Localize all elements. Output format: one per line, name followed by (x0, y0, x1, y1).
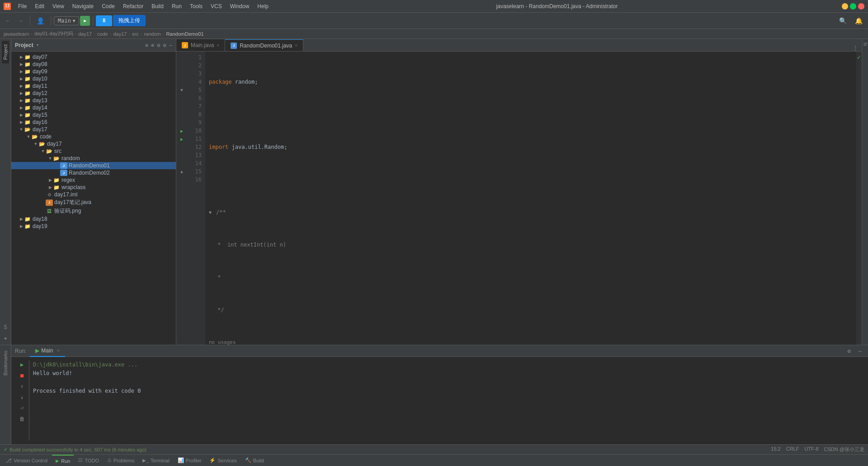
scroll-to-end-button[interactable]: ↓ (18, 393, 26, 401)
menu-navigate[interactable]: Navigate (69, 2, 97, 10)
tree-item-day08[interactable]: ▶ 📁 day08 (11, 61, 176, 68)
tree-item-src[interactable]: ▼ 📂 src (11, 147, 176, 155)
soft-wrap-button[interactable]: ⏎ (18, 404, 26, 412)
bookmarks-vertical-tab[interactable]: Bookmarks (2, 347, 9, 379)
search-everywhere-button[interactable]: 🔍 (835, 15, 850, 26)
menu-help[interactable]: Help (254, 2, 272, 10)
notifications-label[interactable]: N (863, 41, 868, 48)
tree-item-regex[interactable]: ▶ 📁 regex (11, 176, 176, 184)
run-config-selector[interactable]: Main ▼ (54, 16, 79, 25)
breadcrumb-src[interactable]: src (132, 31, 139, 37)
notifications-button[interactable]: 🔔 (851, 15, 866, 26)
bottom-profiler-tab[interactable]: 📊 Profiler (174, 455, 205, 466)
tree-item-day16[interactable]: ▶ 📁 day16 (11, 119, 176, 126)
git-user[interactable]: CSDN @张小三龙 (824, 446, 864, 453)
gutter-11-run[interactable]: ▶ (180, 135, 183, 143)
tree-item-day17-sub[interactable]: ▼ 📂 day17 (11, 140, 176, 147)
menu-build[interactable]: Build (148, 2, 167, 10)
stop-run-button[interactable]: ■ (18, 371, 26, 380)
code-content[interactable]: package random; import java.util.Random;… (205, 52, 856, 345)
tree-item-day07[interactable]: ▶ 📁 day07 (11, 53, 176, 61)
tree-item-day19[interactable]: ▶ 📁 day19 (11, 223, 176, 230)
tree-item-random-demo02[interactable]: J RandomDemo02 (11, 169, 176, 176)
run-tab-close[interactable]: × (57, 347, 60, 354)
run-panel-minimize-button[interactable]: − (855, 347, 864, 356)
tree-item-day10[interactable]: ▶ 📁 day10 (11, 75, 176, 82)
window-minimize-button[interactable] (842, 3, 848, 10)
tree-item-random-demo01[interactable]: J RandomDemo01 (11, 162, 176, 169)
tree-item-random[interactable]: ▼ 📂 random (11, 155, 176, 162)
project-dropdown-icon[interactable]: ▾ (36, 42, 39, 48)
bottom-services-tab[interactable]: ⚡ Services (206, 455, 240, 466)
bottom-build-tab[interactable]: 🔨 Build (241, 455, 268, 466)
collapse-all-button[interactable]: ≡ (145, 42, 148, 48)
run-panel-settings-button[interactable]: ⚙ (844, 347, 854, 356)
user-icon-button[interactable]: 👤 (33, 15, 48, 26)
tree-item-day12[interactable]: ▶ 📁 day12 (11, 90, 176, 97)
gutter-15-fold[interactable]: ▲ (180, 167, 183, 176)
panel-minimize-button[interactable]: − (169, 42, 172, 48)
tree-item-day18[interactable]: ▶ 📁 day18 (11, 215, 176, 223)
nav-back-button[interactable]: ← (2, 16, 14, 25)
line-separator[interactable]: CRLF (786, 446, 799, 453)
menu-run[interactable]: Run (168, 2, 185, 10)
structure-tab-icon[interactable]: S (2, 322, 9, 332)
file-encoding[interactable]: UTF-8 (804, 446, 818, 453)
gutter-5-fold[interactable]: ▼ (180, 86, 183, 94)
tree-item-day14[interactable]: ▶ 📁 day14 (11, 104, 176, 111)
gutter-10-run[interactable]: ▶ (180, 127, 183, 135)
tree-item-day17-iml[interactable]: ⚙ day17.iml (11, 191, 176, 198)
breadcrumb-javaselearn[interactable]: javaselearn (4, 31, 29, 37)
breadcrumb-day17-2[interactable]: day17 (113, 31, 127, 37)
panel-options-button[interactable]: ⚙ (157, 42, 160, 48)
tree-item-day17-root[interactable]: ▼ 📂 day17 (11, 126, 176, 133)
project-tab[interactable]: Project (2, 41, 9, 63)
tab-random-demo01-java[interactable]: J RandomDemo01.java × (225, 39, 303, 51)
run-tab-main[interactable]: ▶ Main × (30, 345, 65, 357)
tree-item-captcha-png[interactable]: 🖼 验证码.png (11, 207, 176, 215)
cursor-position[interactable]: 15:2 (771, 446, 780, 453)
bottom-version-control[interactable]: ⎇ Version Control (2, 455, 51, 466)
menu-refactor[interactable]: Refactor (119, 2, 147, 10)
run-button[interactable] (80, 16, 90, 26)
nav-forward-button[interactable]: → (15, 16, 27, 25)
bookmarks-tab-icon[interactable]: ★ (2, 333, 9, 343)
menu-edit[interactable]: Edit (31, 2, 48, 10)
tree-item-day11[interactable]: ▶ 📁 day11 (11, 82, 176, 90)
baidu-logo-button[interactable]: B (96, 15, 112, 26)
breadcrumb-day01-day29[interactable]: day01-day29代码 (34, 30, 73, 37)
rerun-button[interactable]: ▶ (18, 361, 26, 369)
breadcrumb-random-demo01[interactable]: RandomDemo01 (166, 31, 203, 37)
tree-item-wrapclass[interactable]: ▶ 📁 wrapclass (11, 184, 176, 191)
window-maximize-button[interactable] (850, 3, 856, 10)
menu-file[interactable]: File (14, 2, 30, 10)
status-message-text[interactable]: Build completed successfully in 4 sec, 6… (9, 447, 146, 452)
baidu-upload-button[interactable]: 拖拽上传 (113, 15, 146, 26)
bottom-todo-tab[interactable]: ☑ TODO (75, 455, 103, 466)
breadcrumb-random[interactable]: random (144, 31, 160, 37)
expand-all-button[interactable]: ⊕ (151, 42, 154, 48)
editor-tabs-more[interactable]: ⋮ (849, 45, 862, 51)
tab-close-random-demo01[interactable]: × (295, 43, 297, 48)
panel-settings-button[interactable]: ⚙ (163, 42, 166, 48)
fold-btn-5[interactable]: ▼ (209, 209, 214, 216)
menu-vcs[interactable]: VCS (207, 2, 226, 10)
window-close-button[interactable] (858, 3, 864, 10)
menu-view[interactable]: View (49, 2, 68, 10)
bottom-terminal-tab[interactable]: ▶_ Terminal (139, 455, 173, 466)
menu-window[interactable]: Window (226, 2, 253, 10)
bottom-problems-tab[interactable]: ⚠ Problems (104, 455, 138, 466)
menu-tools[interactable]: Tools (186, 2, 206, 10)
tab-close-main-java[interactable]: × (217, 43, 219, 48)
menu-code[interactable]: Code (98, 2, 118, 10)
tab-main-java[interactable]: J Main.java × (176, 39, 225, 51)
tree-item-code[interactable]: ▼ 📂 code (11, 133, 176, 140)
breadcrumb-day17-1[interactable]: day17 (78, 31, 92, 37)
tree-item-day17-notes[interactable]: J day17笔记.java (11, 198, 176, 207)
tree-item-day15[interactable]: ▶ 📁 day15 (11, 111, 176, 119)
scroll-to-top-button[interactable]: ↑ (18, 382, 26, 390)
tree-item-day09[interactable]: ▶ 📁 day09 (11, 68, 176, 75)
bottom-run-tab[interactable]: ▶ Run (52, 455, 74, 466)
breadcrumb-code[interactable]: code (97, 31, 108, 37)
tree-item-day13[interactable]: ▶ 📁 day13 (11, 97, 176, 104)
